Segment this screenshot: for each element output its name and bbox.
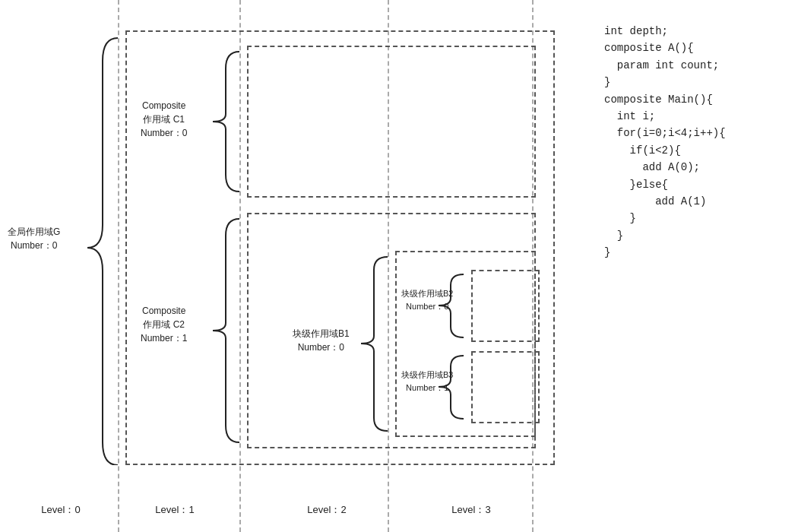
code-panel: int depth; composite A(){ param int coun… (593, 0, 798, 532)
c1-scope-label: Composite 作用域 C1 Number：0 (141, 99, 187, 140)
level-1-label: Level：1 (155, 503, 194, 517)
b1-scope-label: 块级作用域B1 Number：0 (293, 327, 350, 354)
global-scope-label: 全局作用域G Number：0 (8, 225, 60, 252)
level-2-label: Level：2 (307, 503, 346, 517)
global-brace-svg (76, 30, 125, 465)
b2-scope-label: 块级作用域B2 Number：0 (401, 287, 453, 312)
level-3-label: Level：3 (451, 503, 490, 517)
c2-scope-label: Composite 作用域 C2 Number：1 (141, 304, 187, 345)
b1-brace-svg (350, 251, 395, 437)
b2-scope-box (471, 270, 540, 342)
c1-brace-svg (201, 46, 247, 198)
c2-brace-svg (201, 213, 247, 448)
code-content: int depth; composite A(){ param int coun… (604, 23, 787, 261)
b3-scope-label: 块级作用域B3 Number：1 (401, 369, 453, 394)
c1-scope-box (247, 46, 536, 198)
b3-scope-box (471, 351, 540, 423)
level-0-label: Level：0 (41, 503, 80, 517)
diagram-area: 全局作用域G Number：0 Composite 作用域 C1 Number：… (0, 0, 593, 532)
